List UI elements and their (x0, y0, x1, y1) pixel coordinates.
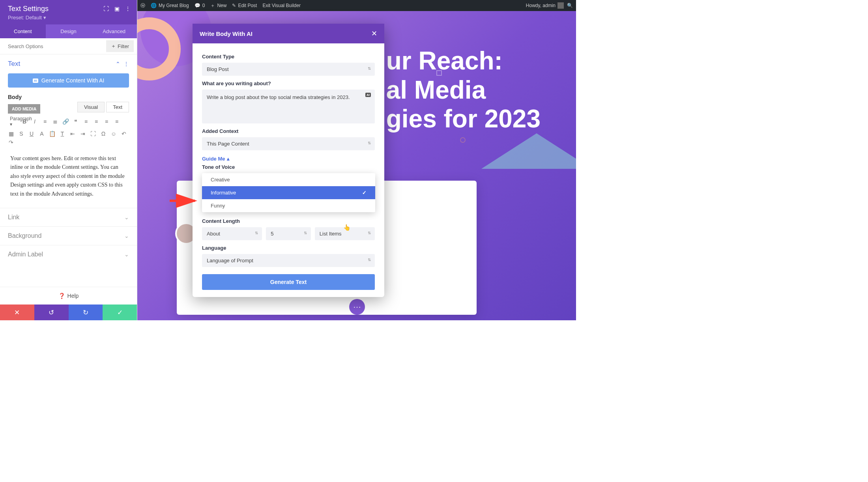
length-number-input[interactable]: 5 (266, 227, 311, 240)
italic-icon[interactable]: I (32, 118, 38, 125)
ai-icon: AI (33, 78, 38, 83)
edit-post-link[interactable]: ✎ Edit Post (232, 3, 257, 8)
chevron-down-icon: ⌄ (124, 233, 129, 239)
tone-option-informative[interactable]: Informative (202, 186, 375, 199)
howdy-link[interactable]: Howdy, admin (526, 2, 564, 9)
align-center-icon[interactable]: ≡ (93, 118, 99, 125)
align-right-icon[interactable]: ≡ (103, 118, 110, 125)
save-button[interactable]: ✓ (103, 305, 137, 320)
generate-ai-button[interactable]: AI Generate Content With AI (8, 73, 129, 88)
fullscreen-icon[interactable]: ⛶ (90, 131, 96, 137)
redo-global-button[interactable]: ↻ (69, 305, 103, 320)
chevron-up-icon: ⌃ (116, 61, 120, 67)
wp-logo-icon[interactable]: ⓦ (140, 2, 145, 9)
wp-admin-bar: ⓦ 🌐 My Great Blog 💬 0 ＋ New ✎ Edit Post … (137, 0, 576, 11)
section-more-icon[interactable]: ⋮ (123, 61, 129, 67)
indent-icon[interactable]: ⇥ (80, 131, 86, 137)
editor-tab-visual[interactable]: Visual (77, 102, 105, 112)
editor-content[interactable]: Your content goes here. Edit or remove t… (8, 150, 129, 202)
bold-icon[interactable]: B (21, 118, 28, 125)
section-admin-label[interactable]: Admin Label⌄ (0, 245, 137, 263)
search-options-input[interactable] (0, 38, 103, 54)
drag-icon[interactable]: ⛶ (103, 6, 109, 12)
tab-advanced[interactable]: Advanced (91, 24, 137, 38)
ai-badge-icon[interactable]: AI (365, 93, 371, 97)
underline-icon[interactable]: U (28, 131, 35, 137)
avatar (557, 2, 564, 9)
ai-modal-header: Write Body With AI ✕ (193, 24, 384, 43)
link-icon[interactable]: 🔗 (62, 118, 69, 125)
redo-icon[interactable]: ↷ (8, 139, 14, 146)
format-select[interactable]: Paragraph ▾ (8, 115, 17, 128)
cancel-button[interactable]: ✕ (0, 305, 34, 320)
guide-me-toggle[interactable]: Guide Me ▴ (202, 156, 230, 162)
length-about-select[interactable]: About (202, 227, 262, 240)
expand-icon[interactable]: ▣ (114, 6, 120, 12)
tone-option-funny[interactable]: Funny (202, 199, 375, 212)
quote-icon[interactable]: ❝ (73, 118, 79, 125)
preset-dropdown[interactable]: Preset: Default ▾ (8, 15, 129, 21)
language-label: Language (202, 245, 375, 251)
close-icon[interactable]: ✕ (371, 29, 377, 38)
deco-ring-icon (460, 137, 466, 143)
clear-icon[interactable]: T (59, 131, 65, 137)
specialchar-icon[interactable]: Ω (100, 131, 107, 137)
chevron-down-icon: ⌄ (124, 251, 129, 258)
comments-link[interactable]: 💬 0 (195, 3, 205, 8)
builder-fab-button[interactable]: ⋯ (349, 299, 365, 315)
tab-content[interactable]: Content (0, 24, 46, 38)
ai-modal: Write Body With AI ✕ Content Type Blog P… (193, 24, 384, 297)
ai-modal-title: Write Body With AI (200, 30, 371, 37)
ol-icon[interactable]: ≣ (52, 118, 58, 125)
strike-icon[interactable]: S (18, 131, 24, 137)
new-link[interactable]: ＋ New (210, 2, 226, 9)
help-icon: ❓ (58, 293, 65, 299)
generate-text-button[interactable]: Generate Text (202, 274, 375, 290)
paste-icon[interactable]: 📋 (49, 131, 55, 137)
tab-design[interactable]: Design (46, 24, 92, 38)
section-text-header[interactable]: Text ⌃ ⋮ (0, 54, 137, 73)
settings-sidebar: Text Settings Preset: Default ▾ ⛶ ▣ ⋮ Co… (0, 0, 137, 320)
sidebar-header: Text Settings Preset: Default ▾ ⛶ ▣ ⋮ (0, 0, 137, 24)
chevron-down-icon: ⌄ (124, 214, 129, 220)
undo-icon[interactable]: ↶ (121, 131, 127, 137)
tone-label: Tone of Voice (202, 164, 375, 170)
annotation-arrow (170, 196, 201, 207)
length-label: Content Length (202, 218, 375, 224)
bottom-action-bar: ✕ ↺ ↻ ✓ (0, 305, 137, 320)
search-icon[interactable]: 🔍 (567, 3, 573, 8)
page-headline: ur Reach: al Media gies for 2023 (386, 47, 541, 134)
table-icon[interactable]: ▦ (8, 131, 14, 137)
tone-option-creative[interactable]: Creative (202, 173, 375, 186)
section-background[interactable]: Background⌄ (0, 226, 137, 245)
outdent-icon[interactable]: ⇤ (69, 131, 76, 137)
align-left-icon[interactable]: ≡ (83, 118, 89, 125)
about-label: What are you writing about? (202, 80, 375, 86)
more-icon[interactable]: ⋮ (125, 6, 131, 12)
settings-tabs: Content Design Advanced (0, 24, 137, 38)
exit-builder-link[interactable]: Exit Visual Builder (262, 3, 301, 8)
site-name-link[interactable]: 🌐 My Great Blog (151, 3, 189, 8)
textcolor-icon[interactable]: A (39, 131, 45, 137)
language-select[interactable]: Language of Prompt (202, 254, 375, 267)
add-media-button[interactable]: ADD MEDIA (8, 104, 40, 114)
editor-tab-text[interactable]: Text (106, 102, 129, 112)
section-link[interactable]: Link⌄ (0, 208, 137, 226)
ul-icon[interactable]: ≡ (42, 118, 48, 125)
content-type-select[interactable]: Blog Post (202, 63, 375, 76)
tone-dropdown-menu: Creative Informative Funny (202, 173, 375, 212)
undo-global-button[interactable]: ↺ (34, 305, 69, 320)
content-type-label: Content Type (202, 54, 375, 60)
deco-triangle (481, 133, 576, 196)
filter-button[interactable]: ＋ Filter (106, 40, 134, 52)
about-textarea[interactable]: Write a blog post about the top social m… (202, 90, 375, 123)
context-select[interactable]: This Page Content (202, 137, 375, 150)
emoji-icon[interactable]: ☺ (110, 131, 117, 137)
cursor-icon: 👆 (343, 224, 351, 231)
editor-toolbar: Paragraph ▾ B I ≡ ≣ 🔗 ❝ ≡ ≡ ≡ ≡ ▦ S U A … (0, 112, 137, 148)
help-link[interactable]: ❓Help (0, 287, 137, 305)
align-justify-icon[interactable]: ≡ (114, 118, 120, 125)
context-label: Added Context (202, 128, 375, 134)
